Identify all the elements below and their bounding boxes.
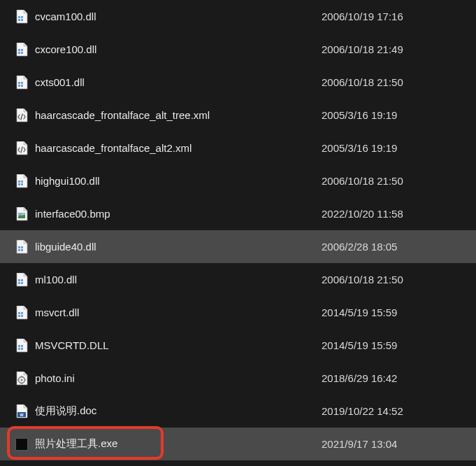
dll-file-icon (15, 174, 28, 188)
svg-rect-18 (18, 246, 20, 248)
file-name: ml100.dll (35, 274, 322, 285)
file-row[interactable]: cvcam100.dll2006/10/19 17:16 (0, 0, 476, 33)
file-date: 2005/3/16 19:19 (322, 109, 476, 121)
svg-rect-7 (21, 52, 23, 54)
file-name: libguide40.dll (35, 241, 322, 253)
file-row[interactable]: libguide40.dll2006/2/28 18:05 (0, 230, 476, 263)
svg-rect-32 (18, 348, 20, 350)
file-date: 2019/10/22 14:52 (322, 405, 476, 417)
file-row[interactable]: cxcore100.dll2006/10/18 21:49 (0, 33, 476, 66)
file-row[interactable]: 照片处理工具.exe2021/9/17 13:04 (0, 428, 476, 460)
file-date: 2005/3/16 19:19 (322, 142, 476, 154)
file-date: 2006/10/18 21:49 (322, 43, 476, 55)
svg-rect-22 (18, 279, 20, 281)
file-name: highgui100.dll (35, 175, 322, 187)
svg-rect-25 (21, 282, 23, 284)
svg-rect-11 (21, 85, 23, 87)
dll-file-icon (15, 76, 28, 90)
svg-rect-29 (21, 315, 23, 317)
file-name: haarcascade_frontalface_alt2.xml (35, 142, 322, 154)
file-row[interactable]: photo.ini2018/6/29 16:42 (0, 362, 476, 395)
doc-file-icon: W (15, 404, 28, 418)
file-name: cxts001.dll (35, 76, 322, 88)
svg-rect-27 (21, 312, 23, 314)
file-row[interactable]: W 使用说明.doc2019/10/22 14:52 (0, 395, 476, 428)
dll-file-icon (15, 306, 28, 320)
svg-rect-12 (18, 181, 20, 183)
file-date: 2014/5/19 15:59 (322, 306, 476, 318)
svg-rect-6 (18, 52, 20, 54)
file-date: 2006/10/18 21:50 (322, 274, 476, 285)
exe-file-icon (15, 437, 28, 451)
dll-file-icon (15, 240, 28, 254)
file-date: 2006/2/28 18:05 (322, 241, 476, 253)
svg-point-35 (20, 379, 22, 381)
svg-rect-30 (18, 345, 20, 347)
dll-file-icon (15, 339, 28, 353)
svg-rect-31 (21, 345, 23, 347)
svg-rect-1 (21, 16, 23, 18)
svg-text:W: W (20, 412, 24, 416)
file-date: 2006/10/19 17:16 (322, 10, 476, 22)
svg-rect-8 (18, 82, 20, 84)
file-row[interactable]: interface00.bmp2022/10/20 11:58 (0, 197, 476, 230)
svg-rect-20 (18, 249, 20, 251)
file-date: 2006/10/18 21:50 (322, 76, 476, 88)
file-date: 2022/10/20 11:58 (322, 208, 476, 220)
xml-file-icon (15, 108, 28, 122)
bmp-file-icon (15, 207, 28, 221)
svg-rect-21 (21, 249, 23, 251)
file-row[interactable]: cxts001.dll2006/10/18 21:50 (0, 66, 476, 99)
file-name: MSVCRTD.DLL (35, 339, 322, 351)
file-name: 使用说明.doc (35, 404, 322, 418)
svg-rect-3 (21, 19, 23, 21)
svg-rect-28 (18, 315, 20, 317)
file-row[interactable]: haarcascade_frontalface_alt2.xml2005/3/1… (0, 132, 476, 164)
svg-rect-26 (18, 312, 20, 314)
file-row[interactable]: haarcascade_frontalface_alt_tree.xml2005… (0, 99, 476, 132)
dll-file-icon (15, 273, 28, 287)
file-row[interactable]: msvcrt.dll2014/5/19 15:59 (0, 296, 476, 329)
svg-rect-5 (21, 49, 23, 51)
svg-rect-23 (21, 279, 23, 281)
file-name: interface00.bmp (35, 208, 322, 220)
svg-rect-24 (18, 282, 20, 284)
svg-rect-13 (21, 181, 23, 183)
file-name: cvcam100.dll (35, 10, 322, 22)
dll-file-icon (15, 43, 28, 57)
svg-rect-15 (21, 183, 23, 185)
svg-rect-33 (21, 348, 23, 350)
svg-rect-9 (21, 82, 23, 84)
file-name: photo.ini (35, 372, 322, 384)
svg-rect-0 (18, 16, 20, 18)
svg-rect-19 (21, 246, 23, 248)
svg-rect-10 (18, 85, 20, 87)
xml-file-icon (15, 141, 28, 155)
file-row[interactable]: MSVCRTD.DLL2014/5/19 15:59 (0, 329, 476, 362)
file-name: cxcore100.dll (35, 43, 322, 55)
file-date: 2006/10/18 21:50 (322, 175, 476, 187)
file-row[interactable]: highgui100.dll2006/10/18 21:50 (0, 164, 476, 197)
file-date: 2014/5/19 15:59 (322, 339, 476, 351)
file-list: cvcam100.dll2006/10/19 17:16 cxcore100.d… (0, 0, 476, 460)
file-name: haarcascade_frontalface_alt_tree.xml (35, 109, 322, 121)
file-name: 照片处理工具.exe (35, 437, 322, 451)
svg-rect-14 (18, 183, 20, 185)
file-name: msvcrt.dll (35, 306, 322, 318)
ini-file-icon (15, 372, 28, 386)
file-row[interactable]: ml100.dll2006/10/18 21:50 (0, 263, 476, 296)
file-date: 2021/9/17 13:04 (322, 438, 476, 450)
svg-point-17 (22, 213, 24, 214)
file-date: 2018/6/29 16:42 (322, 372, 476, 384)
svg-rect-2 (18, 19, 20, 21)
svg-rect-4 (18, 49, 20, 51)
dll-file-icon (15, 10, 28, 24)
